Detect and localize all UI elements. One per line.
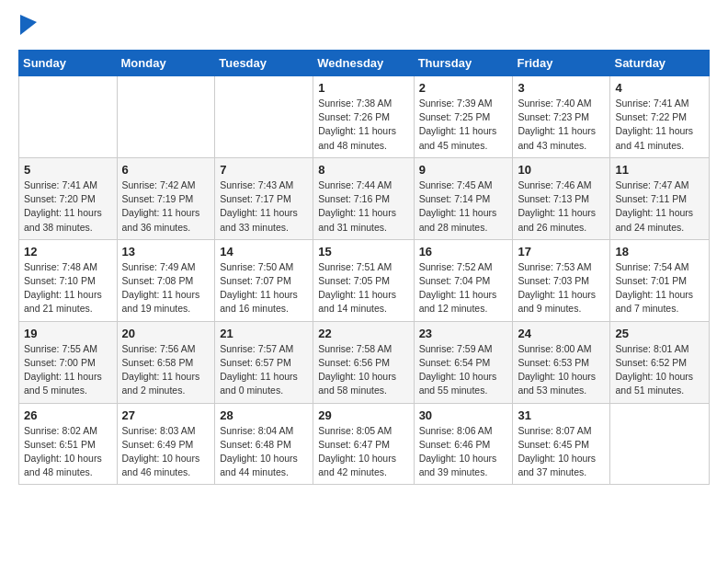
day-info: Sunrise: 7:44 AM Sunset: 7:16 PM Dayligh…	[318, 178, 408, 235]
day-info: Sunrise: 7:45 AM Sunset: 7:14 PM Dayligh…	[419, 178, 508, 235]
calendar-cell: 4Sunrise: 7:41 AM Sunset: 7:22 PM Daylig…	[610, 76, 710, 158]
svg-marker-0	[20, 15, 37, 35]
day-info: Sunrise: 7:58 AM Sunset: 6:56 PM Dayligh…	[318, 342, 408, 398]
calendar-cell: 10Sunrise: 7:46 AM Sunset: 7:13 PM Dayli…	[513, 157, 610, 239]
calendar-week-row: 5Sunrise: 7:41 AM Sunset: 7:20 PM Daylig…	[19, 157, 710, 239]
page-header	[18, 18, 710, 35]
calendar-cell: 28Sunrise: 8:04 AM Sunset: 6:48 PM Dayli…	[215, 403, 313, 485]
calendar-cell: 6Sunrise: 7:42 AM Sunset: 7:19 PM Daylig…	[117, 157, 215, 239]
calendar-cell: 14Sunrise: 7:50 AM Sunset: 7:07 PM Dayli…	[215, 239, 313, 321]
day-info: Sunrise: 7:46 AM Sunset: 7:13 PM Dayligh…	[518, 178, 605, 235]
calendar-week-row: 12Sunrise: 7:48 AM Sunset: 7:10 PM Dayli…	[19, 239, 710, 321]
day-info: Sunrise: 8:05 AM Sunset: 6:47 PM Dayligh…	[318, 424, 408, 480]
weekday-header: Thursday	[414, 51, 513, 76]
day-number: 17	[518, 245, 605, 259]
day-number: 28	[220, 408, 308, 422]
calendar-week-row: 26Sunrise: 8:02 AM Sunset: 6:51 PM Dayli…	[19, 403, 710, 485]
calendar-cell: 30Sunrise: 8:06 AM Sunset: 6:46 PM Dayli…	[414, 403, 513, 485]
day-info: Sunrise: 7:54 AM Sunset: 7:01 PM Dayligh…	[615, 260, 704, 316]
day-number: 15	[318, 245, 408, 259]
day-info: Sunrise: 7:39 AM Sunset: 7:25 PM Dayligh…	[419, 97, 508, 153]
calendar-cell: 5Sunrise: 7:41 AM Sunset: 7:20 PM Daylig…	[19, 157, 118, 239]
calendar-cell: 19Sunrise: 7:55 AM Sunset: 7:00 PM Dayli…	[19, 321, 118, 403]
calendar-cell: 9Sunrise: 7:45 AM Sunset: 7:14 PM Daylig…	[414, 157, 513, 239]
calendar-cell: 17Sunrise: 7:53 AM Sunset: 7:03 PM Dayli…	[513, 239, 610, 321]
day-info: Sunrise: 7:51 AM Sunset: 7:05 PM Dayligh…	[318, 260, 408, 316]
day-number: 5	[24, 163, 112, 177]
day-info: Sunrise: 7:38 AM Sunset: 7:26 PM Dayligh…	[318, 97, 408, 153]
calendar-week-row: 1Sunrise: 7:38 AM Sunset: 7:26 PM Daylig…	[19, 76, 710, 158]
day-number: 24	[518, 327, 605, 340]
calendar-cell: 23Sunrise: 7:59 AM Sunset: 6:54 PM Dayli…	[414, 321, 513, 403]
day-number: 12	[24, 245, 112, 259]
day-number: 23	[419, 327, 508, 340]
day-number: 26	[24, 408, 112, 422]
calendar-cell: 11Sunrise: 7:47 AM Sunset: 7:11 PM Dayli…	[610, 157, 710, 239]
day-number: 30	[419, 408, 508, 422]
calendar-cell: 15Sunrise: 7:51 AM Sunset: 7:05 PM Dayli…	[313, 239, 414, 321]
day-number: 4	[615, 81, 704, 95]
day-info: Sunrise: 8:02 AM Sunset: 6:51 PM Dayligh…	[24, 424, 112, 480]
day-number: 2	[419, 81, 508, 95]
calendar-cell	[117, 76, 215, 158]
day-info: Sunrise: 8:04 AM Sunset: 6:48 PM Dayligh…	[220, 424, 308, 480]
day-info: Sunrise: 7:50 AM Sunset: 7:07 PM Dayligh…	[220, 260, 308, 316]
day-info: Sunrise: 7:48 AM Sunset: 7:10 PM Dayligh…	[24, 260, 112, 316]
day-info: Sunrise: 7:40 AM Sunset: 7:23 PM Dayligh…	[518, 97, 605, 153]
calendar-cell: 29Sunrise: 8:05 AM Sunset: 6:47 PM Dayli…	[313, 403, 414, 485]
calendar-cell: 31Sunrise: 8:07 AM Sunset: 6:45 PM Dayli…	[513, 403, 610, 485]
day-info: Sunrise: 7:49 AM Sunset: 7:08 PM Dayligh…	[122, 260, 210, 316]
day-info: Sunrise: 7:55 AM Sunset: 7:00 PM Dayligh…	[24, 342, 112, 398]
weekday-header: Friday	[513, 51, 610, 76]
day-number: 22	[318, 327, 408, 340]
day-info: Sunrise: 7:41 AM Sunset: 7:22 PM Dayligh…	[615, 97, 704, 153]
day-info: Sunrise: 8:07 AM Sunset: 6:45 PM Dayligh…	[518, 424, 605, 480]
calendar-week-row: 19Sunrise: 7:55 AM Sunset: 7:00 PM Dayli…	[19, 321, 710, 403]
day-number: 7	[220, 163, 308, 177]
weekday-header: Sunday	[19, 51, 118, 76]
day-number: 29	[318, 408, 408, 422]
calendar-cell: 16Sunrise: 7:52 AM Sunset: 7:04 PM Dayli…	[414, 239, 513, 321]
calendar-cell: 22Sunrise: 7:58 AM Sunset: 6:56 PM Dayli…	[313, 321, 414, 403]
weekday-header: Tuesday	[215, 51, 313, 76]
calendar-cell: 24Sunrise: 8:00 AM Sunset: 6:53 PM Dayli…	[513, 321, 610, 403]
day-info: Sunrise: 8:06 AM Sunset: 6:46 PM Dayligh…	[419, 424, 508, 480]
day-number: 6	[122, 163, 210, 177]
day-number: 14	[220, 245, 308, 259]
day-info: Sunrise: 7:57 AM Sunset: 6:57 PM Dayligh…	[220, 342, 308, 398]
day-info: Sunrise: 7:59 AM Sunset: 6:54 PM Dayligh…	[419, 342, 508, 398]
calendar-cell: 13Sunrise: 7:49 AM Sunset: 7:08 PM Dayli…	[117, 239, 215, 321]
calendar-cell: 7Sunrise: 7:43 AM Sunset: 7:17 PM Daylig…	[215, 157, 313, 239]
weekday-header: Saturday	[610, 51, 710, 76]
day-number: 20	[122, 327, 210, 340]
day-number: 9	[419, 163, 508, 177]
day-number: 11	[615, 163, 704, 177]
calendar-cell: 21Sunrise: 7:57 AM Sunset: 6:57 PM Dayli…	[215, 321, 313, 403]
day-info: Sunrise: 8:00 AM Sunset: 6:53 PM Dayligh…	[518, 342, 605, 398]
calendar-cell	[19, 76, 118, 158]
day-info: Sunrise: 7:43 AM Sunset: 7:17 PM Dayligh…	[220, 178, 308, 235]
calendar-cell	[610, 403, 710, 485]
day-info: Sunrise: 7:41 AM Sunset: 7:20 PM Dayligh…	[24, 178, 112, 235]
calendar-table: SundayMondayTuesdayWednesdayThursdayFrid…	[18, 50, 710, 485]
day-number: 19	[24, 327, 112, 340]
calendar-cell: 27Sunrise: 8:03 AM Sunset: 6:49 PM Dayli…	[117, 403, 215, 485]
day-number: 8	[318, 163, 408, 177]
calendar-cell: 18Sunrise: 7:54 AM Sunset: 7:01 PM Dayli…	[610, 239, 710, 321]
calendar-cell: 1Sunrise: 7:38 AM Sunset: 7:26 PM Daylig…	[313, 76, 414, 158]
day-number: 18	[615, 245, 704, 259]
day-info: Sunrise: 7:56 AM Sunset: 6:58 PM Dayligh…	[122, 342, 210, 398]
day-number: 27	[122, 408, 210, 422]
day-info: Sunrise: 7:53 AM Sunset: 7:03 PM Dayligh…	[518, 260, 605, 316]
day-info: Sunrise: 7:47 AM Sunset: 7:11 PM Dayligh…	[615, 178, 704, 235]
day-number: 16	[419, 245, 508, 259]
calendar-cell: 20Sunrise: 7:56 AM Sunset: 6:58 PM Dayli…	[117, 321, 215, 403]
day-info: Sunrise: 8:01 AM Sunset: 6:52 PM Dayligh…	[615, 342, 704, 398]
day-info: Sunrise: 8:03 AM Sunset: 6:49 PM Dayligh…	[122, 424, 210, 480]
day-info: Sunrise: 7:42 AM Sunset: 7:19 PM Dayligh…	[122, 178, 210, 235]
day-number: 25	[615, 327, 704, 340]
day-number: 10	[518, 163, 605, 177]
calendar-cell: 26Sunrise: 8:02 AM Sunset: 6:51 PM Dayli…	[19, 403, 118, 485]
day-info: Sunrise: 7:52 AM Sunset: 7:04 PM Dayligh…	[419, 260, 508, 316]
logo-icon	[20, 15, 37, 35]
